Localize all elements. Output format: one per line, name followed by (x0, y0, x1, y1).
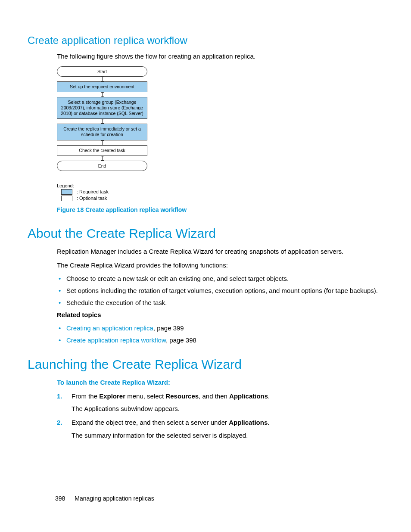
flowchart-step-2: Select a storage group (Exchange 2003/20… (57, 97, 147, 119)
related-topic-item: Creating an application replica, page 39… (57, 324, 383, 333)
flowchart-end: End (57, 161, 147, 171)
legend-optional-label: : Optional task (77, 196, 107, 201)
footer-title: Managing application replicas (75, 495, 154, 502)
heading-launching-wizard: Launching the Create Replica Wizard (28, 357, 383, 372)
about-p1: Replication Manager includes a Create Re… (57, 247, 383, 256)
step-result: The summary information for the selected… (72, 431, 383, 440)
step-result: The Applications subwindow appears. (72, 404, 383, 414)
legend-required-label: : Required task (77, 189, 109, 194)
step-item: 2. Expand the object tree, and then sele… (57, 418, 383, 440)
heading-create-workflow: Create application replica workflow (28, 34, 383, 47)
page-footer: 398 Managing application replicas (55, 495, 154, 502)
figure-caption: Figure 18 Create application replica wor… (57, 205, 383, 214)
flowchart-step-4: Check the created task (57, 145, 147, 156)
related-topic-item: Create application replica workflow, pag… (57, 336, 383, 345)
function-item: Set options including the rotation of ta… (57, 286, 383, 296)
step-text: Expand the object tree, and then select … (72, 419, 269, 426)
related-suffix: , page 398 (166, 336, 196, 344)
flowchart-legend: Legend: : Required task : Optional task (57, 183, 383, 201)
related-topics-heading: Related topics (57, 310, 383, 320)
about-p2: The Create Replica Wizard provides the f… (57, 261, 383, 270)
launch-steps: 1. From the Explorer menu, select Resour… (57, 392, 383, 440)
related-link[interactable]: Create application replica workflow (66, 336, 166, 344)
related-topics-list: Creating an application replica, page 39… (57, 324, 383, 345)
page-number: 398 (55, 495, 65, 502)
flowchart-start: Start (57, 66, 147, 77)
step-text: From the Explorer menu, select Resources… (72, 392, 270, 400)
step-number: 2. (57, 418, 62, 427)
related-link[interactable]: Creating an application replica (66, 324, 153, 332)
launch-subheading: To launch the Create Replica Wizard: (57, 378, 383, 387)
function-item: Choose to create a new task or edit an e… (57, 274, 383, 283)
step-number: 1. (57, 392, 62, 401)
functions-list: Choose to create a new task or edit an e… (57, 274, 383, 307)
legend-title: Legend: (57, 183, 383, 188)
flowchart-diagram: Start Set up the required environment Se… (57, 66, 147, 171)
intro-text: The following figure shows the flow for … (57, 52, 383, 61)
function-item: Schedule the execution of the task. (57, 298, 383, 308)
heading-about-wizard: About the Create Replica Wizard (28, 226, 383, 241)
step-item: 1. From the Explorer menu, select Resour… (57, 392, 383, 414)
legend-swatch-optional (61, 196, 72, 201)
related-suffix: , page 399 (153, 324, 184, 332)
flowchart-step-3: Create the replica immediately or set a … (57, 124, 147, 140)
legend-swatch-required (61, 189, 72, 195)
flowchart-step-1: Set up the required environment (57, 81, 147, 92)
